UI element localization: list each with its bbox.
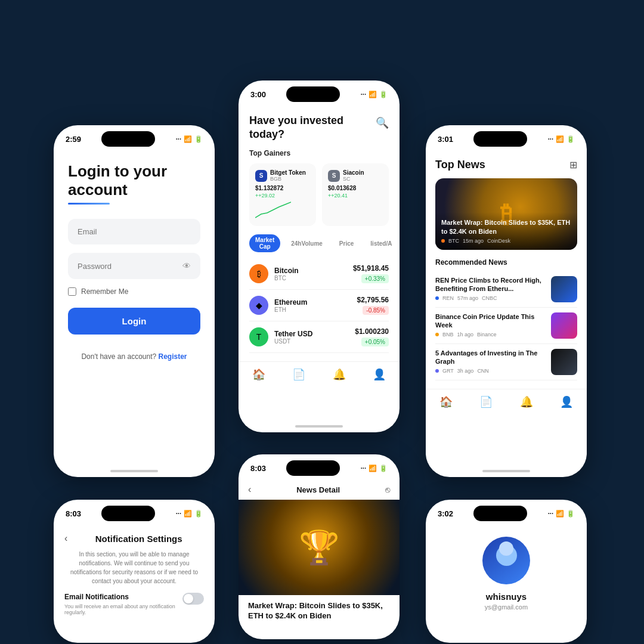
back-arrow-icon[interactable]: ‹ (64, 533, 67, 544)
btc-price-col: $51,918.45 +0.33% (353, 264, 389, 283)
news-title: Top News (435, 159, 485, 171)
grt-time: 3h ago (457, 368, 474, 374)
nav-bell-news-icon[interactable]: 🔔 (520, 395, 533, 408)
status-bar-newsdetail: 8:03 ··· 📶 🔋 (239, 454, 400, 479)
dynamic-island-profile (473, 506, 527, 521)
newsdetail-headline: Market Wrap: Bitcoin Slides to $35K, ETH… (239, 595, 400, 627)
ren-time: 57m ago (457, 295, 478, 301)
remember-checkbox[interactable] (68, 287, 76, 296)
bottom-nav-news: 🏠 📄 🔔 👤 (426, 389, 587, 412)
news-item-grt[interactable]: 5 Advantages of Investing in The Graph G… (435, 344, 577, 380)
search-icon[interactable]: 🔍 (376, 116, 389, 129)
coin-row-usdt[interactable]: T Tether USD USDT $1.000230 +0.05% (249, 321, 389, 353)
gainer-card-2[interactable]: S Siacoin SC $0.013628 ++20.41 (322, 163, 389, 226)
coin-row-eth[interactable]: ◆ Ethereum ETH $2,795.56 -0.85% (249, 290, 389, 321)
usdt-icon: T (249, 327, 268, 346)
login-content: Login to your account 👁 Remember Me Logi… (54, 150, 215, 373)
usdt-price: $1.000230 (355, 327, 389, 336)
login-button[interactable]: Login (68, 308, 200, 335)
grt-meta: GRT 3h ago CNN (435, 368, 546, 374)
nav-news-icon[interactable]: 📄 (479, 395, 493, 408)
register-link[interactable]: Register (159, 352, 187, 361)
btc-change: +0.33% (361, 274, 389, 283)
filter-icon[interactable]: ⊞ (569, 159, 577, 171)
bnb-time: 1h ago (457, 332, 474, 338)
eye-icon[interactable]: 👁 (182, 261, 191, 271)
phone-login: 2:59 ··· 📶 🔋 Login to your account 👁 Rem… (54, 125, 215, 477)
nav-home-icon[interactable]: 🏠 (252, 368, 265, 381)
nav-profile-news-icon[interactable]: 👤 (560, 395, 573, 408)
email-input[interactable] (78, 227, 191, 236)
battery-icon-p: 🔋 (566, 510, 575, 518)
notif-description: In this section, you will be able to man… (64, 550, 204, 586)
password-input[interactable] (78, 262, 182, 271)
market-header: Have you invested today? 🔍 (249, 114, 389, 141)
password-field-wrap[interactable]: 👁 (68, 253, 200, 279)
time-login: 2:59 (66, 135, 81, 144)
status-icons-notif: ··· 📶 🔋 (176, 510, 203, 518)
gainer1-price: $1.132872 (255, 185, 310, 191)
gainer-card-1[interactable]: S Bitget Token BGB $1.132872 ++29.02 (249, 163, 316, 226)
status-icons-newsdetail: ··· 📶 🔋 (361, 465, 388, 472)
grt-headline: 5 Advantages of Investing in The Graph (435, 349, 546, 366)
top-gainers-label: Top Gainers (249, 149, 389, 157)
email-field-wrap[interactable] (68, 219, 200, 244)
email-notif-toggle[interactable] (182, 593, 204, 605)
battery-icon-notif: 🔋 (194, 510, 203, 518)
status-bar-notif: 8:03 ··· 📶 🔋 (54, 500, 215, 525)
ren-source: CNBC (482, 295, 497, 301)
eth-price: $2,795.56 (357, 296, 389, 304)
usdt-name: Tether USD (274, 330, 312, 338)
gainer1-sym: BGB (270, 176, 306, 182)
no-account-text: Don't have an account? (81, 352, 156, 361)
bnb-source: Binance (477, 332, 497, 338)
grt-coin: GRT (442, 368, 454, 374)
tab-marketcap[interactable]: Market Cap (249, 234, 280, 252)
signal-icon-p: ··· (548, 510, 553, 517)
nav-portfolio-icon[interactable]: 📄 (292, 368, 305, 381)
newsdetail-header: ‹ News Detail ⎋ (239, 479, 400, 500)
tab-price[interactable]: Price (333, 238, 360, 249)
bnb-meta: BNB 1h ago Binance (435, 332, 546, 338)
featured-news-card[interactable]: ₿ Market Wrap: Bitcoin Slides to $35K, E… (435, 178, 577, 250)
wifi-icon-notif: 📶 (184, 510, 192, 518)
nav-profile-icon[interactable]: 👤 (373, 368, 386, 381)
register-row: Don't have an account? Register (68, 352, 200, 361)
btc-price: $51,918.45 (353, 264, 389, 273)
tab-listed[interactable]: listed/A (364, 238, 398, 249)
dynamic-island-notif (101, 506, 155, 521)
tab-24hvolume[interactable]: 24hVolume (285, 238, 329, 249)
status-icons-news: ··· 📶 🔋 (548, 135, 575, 143)
remember-label: Remember Me (81, 287, 128, 296)
profile-content: whisnuys ys@gmail.com (426, 525, 587, 619)
coin-row-btc[interactable]: ₿ Bitcoin BTC $51,918.45 +0.33% (249, 258, 389, 290)
login-title: Login to your account (68, 162, 200, 199)
gainer-icon-2: S (328, 170, 340, 182)
signal-icon-m: ··· (361, 91, 366, 98)
status-bar-login: 2:59 ··· 📶 🔋 (54, 125, 215, 150)
status-icons-login: ··· 📶 🔋 (176, 135, 203, 143)
back-arrow-nd-icon[interactable]: ‹ (248, 484, 251, 495)
news-item-ren[interactable]: REN Price Climbs to Record High, Benefit… (435, 271, 577, 308)
newsdetail-title: News Detail (296, 485, 340, 494)
bnb-text: Binance Coin Price Update This Week BNB … (435, 312, 546, 338)
featured-meta: BTC 15m ago CoinDesk (441, 238, 571, 244)
wifi-icon-p: 📶 (556, 510, 564, 518)
nav-home-news-icon[interactable]: 🏠 (439, 395, 453, 408)
ren-meta: REN 57m ago CNBC (435, 295, 546, 301)
email-notif-label: Email Notifications (64, 593, 178, 601)
recommended-label: Recommended News (435, 258, 577, 267)
avatar (482, 537, 530, 584)
nav-bell-icon[interactable]: 🔔 (333, 368, 346, 381)
eth-name: Ethereum (274, 298, 307, 306)
share-icon[interactable]: ⎋ (385, 485, 390, 494)
time-notif: 8:03 (66, 509, 81, 518)
signal-icon: ··· (176, 135, 181, 143)
gainer2-sym: SC (343, 176, 364, 182)
phone-profile: 3:02 ··· 📶 🔋 whisnuys ys@gmail.com (426, 500, 587, 643)
market-title: Have you invested today? (249, 114, 376, 141)
news-item-bnb[interactable]: Binance Coin Price Update This Week BNB … (435, 308, 577, 344)
news-content: Top News ⊞ ₿ Market Wrap: Bitcoin Slides… (426, 150, 587, 389)
email-notif-row: Email Notifications You will receive an … (64, 593, 204, 615)
featured-headline: Market Wrap: Bitcoin Slides to $35K, ETH… (441, 218, 571, 236)
